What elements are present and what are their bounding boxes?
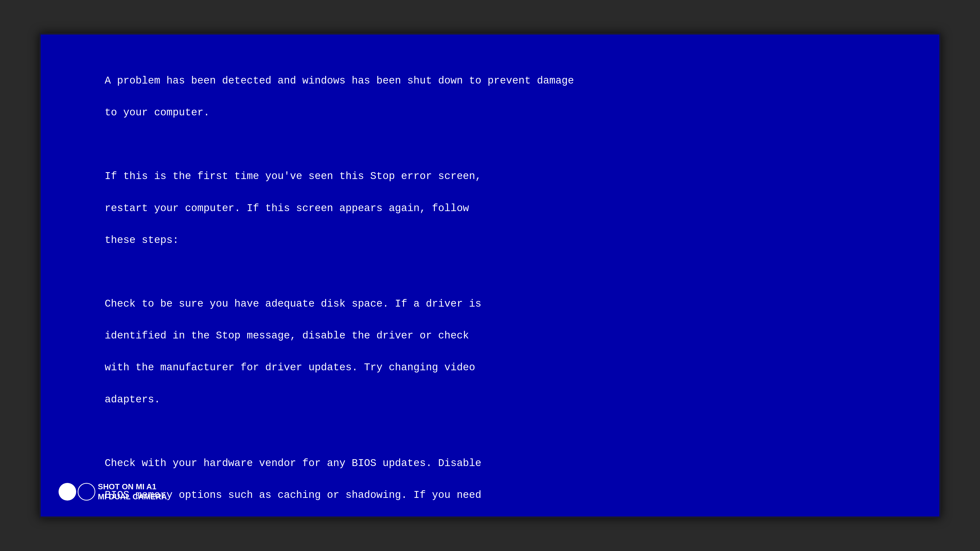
line4: restart your computer. If this screen ap… [105,203,469,214]
line3: If this is the first time you've seen th… [105,170,481,182]
line1: A problem has been detected and windows … [105,75,574,87]
camera-filled-icon [59,483,76,500]
screen-outer: A problem has been detected and windows … [39,33,941,518]
watermark-line2: MI DUAL CAMERA [98,492,167,502]
watermark-line1: SHOT ON MI A1 [98,482,167,492]
bsod-screen: A problem has been detected and windows … [41,35,939,516]
line10: Check with your hardware vendor for any … [105,457,481,469]
line8: with the manufacturer for driver updates… [105,362,475,373]
line5: these steps: [105,234,178,246]
line7: identified in the Stop message, disable … [105,330,469,341]
watermark: SHOT ON MI A1 MI DUAL CAMERA [59,482,167,502]
watermark-text: SHOT ON MI A1 MI DUAL CAMERA [98,482,167,502]
camera-icons [59,483,95,500]
camera-outline-icon [78,483,95,500]
bsod-content: A problem has been detected and windows … [68,57,912,516]
line2: to your computer. [105,107,210,119]
line9: adapters. [105,394,160,405]
line6: Check to be sure you have adequate disk … [105,298,481,310]
